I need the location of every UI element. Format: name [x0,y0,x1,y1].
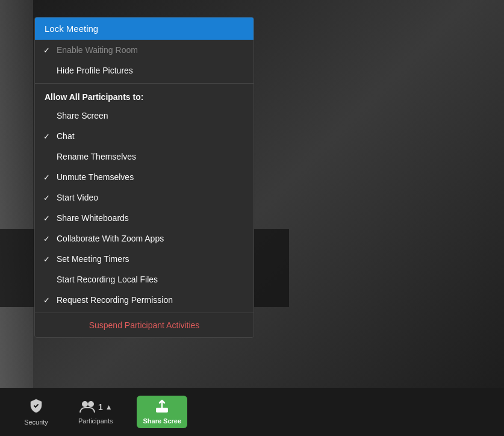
shield-icon [29,398,43,416]
participants-arrow-icon: ▲ [105,403,113,411]
participants-taskbar-item[interactable]: 1 ▲ Participants [78,399,113,425]
security-dropdown: Lock Meeting ✓ Enable Waiting Room Hide … [34,17,254,338]
participants-icon [79,399,96,415]
taskbar: Security 1 ▲ Participants Share Scree [0,388,504,436]
enable-waiting-room-label: Enable Waiting Room [57,45,138,55]
recording-permission-check-icon: ✓ [43,296,50,305]
security-taskbar-item[interactable]: Security [18,398,54,426]
share-screen-taskbar-item[interactable]: Share Scree [137,396,187,428]
lock-meeting-item[interactable]: Lock Meeting [35,17,254,40]
share-screen-up-icon [155,399,169,416]
svg-point-1 [88,401,94,407]
allow-participants-header: Allow All Participants to: [35,86,254,105]
suspend-participant-activities-item[interactable]: Suspend Participant Activities [35,313,254,337]
chat-label: Chat [57,131,75,141]
unmute-check-icon: ✓ [43,173,50,182]
share-whiteboards-item[interactable]: ✓ Share Whiteboards [35,208,254,228]
share-whiteboards-label: Share Whiteboards [57,213,129,223]
chat-item[interactable]: ✓ Chat [35,126,254,146]
share-screen-taskbar-label: Share Scree [143,417,181,425]
start-video-item[interactable]: ✓ Start Video [35,187,254,208]
svg-point-0 [82,401,88,407]
chat-check-icon: ✓ [43,132,50,141]
timers-check-icon: ✓ [43,255,50,264]
collaborate-zoom-apps-item[interactable]: ✓ Collaborate With Zoom Apps [35,228,254,249]
set-meeting-timers-label: Set Meeting Timers [57,254,129,264]
hide-profile-pictures-item[interactable]: Hide Profile Pictures [35,60,254,81]
collaborate-zoom-apps-label: Collaborate With Zoom Apps [57,234,164,243]
participants-count: 1 [98,402,103,412]
rename-themselves-item[interactable]: Rename Themselves [35,146,254,167]
share-screen-label: Share Screen [57,111,108,120]
bg-blur-left [0,0,33,391]
participants-icon-row: 1 ▲ [79,399,113,415]
collaborate-check-icon: ✓ [43,234,50,243]
hide-profile-pictures-label: Hide Profile Pictures [57,66,133,75]
check-icon: ✓ [43,46,50,55]
divider-1 [35,83,254,84]
security-label: Security [24,419,48,426]
rename-themselves-label: Rename Themselves [57,152,136,161]
unmute-themselves-label: Unmute Themselves [57,172,134,182]
unmute-themselves-item[interactable]: ✓ Unmute Themselves [35,167,254,187]
start-recording-label: Start Recording Local Files [57,275,158,284]
share-screen-item[interactable]: Share Screen [35,105,254,126]
start-video-check-icon: ✓ [43,193,50,202]
start-recording-item[interactable]: Start Recording Local Files [35,269,254,290]
start-video-label: Start Video [57,193,98,202]
request-recording-label: Request Recording Permission [57,295,173,305]
participants-label: Participants [78,417,113,425]
set-meeting-timers-item[interactable]: ✓ Set Meeting Timers [35,249,254,269]
whiteboards-check-icon: ✓ [43,214,50,223]
enable-waiting-room-item[interactable]: ✓ Enable Waiting Room [35,40,254,60]
request-recording-item[interactable]: ✓ Request Recording Permission [35,290,254,310]
